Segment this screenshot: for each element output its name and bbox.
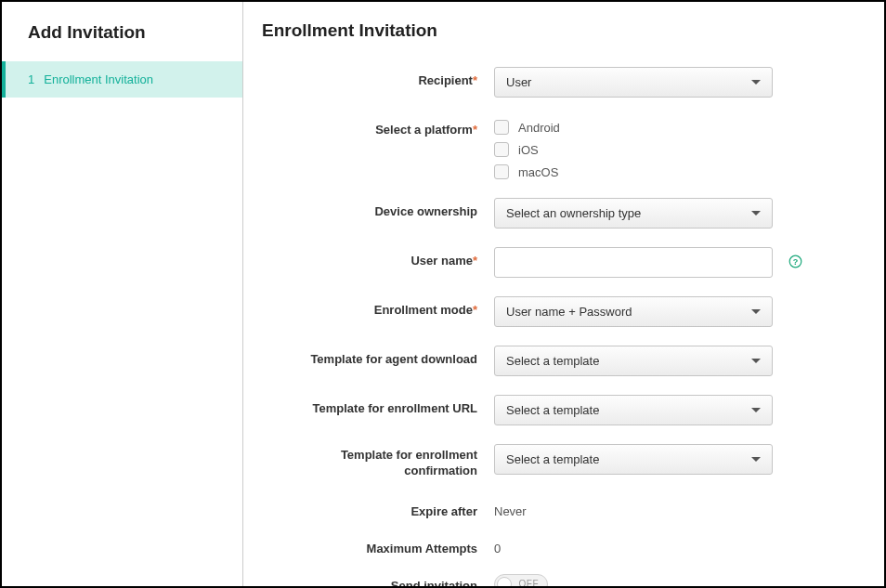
- chevron-down-icon: [751, 309, 761, 314]
- template-url-select[interactable]: Select a template: [494, 395, 773, 425]
- sidebar-title: Add Invitation: [2, 2, 242, 61]
- row-ownership: Device ownership Select an ownership typ…: [262, 198, 866, 229]
- toggle-state: OFF: [519, 579, 540, 586]
- page-title: Enrollment Invitation: [262, 20, 866, 41]
- row-maxattempts: Maximum Attempts 0: [262, 535, 866, 555]
- recipient-selected: User: [506, 75, 531, 89]
- main-content: Enrollment Invitation Recipient* User Se…: [243, 2, 884, 586]
- template-confirm-selected: Select a template: [506, 452, 599, 466]
- label-platform: Select a platform*: [262, 116, 494, 137]
- required-marker: *: [473, 303, 477, 317]
- row-expire: Expire after Never: [262, 498, 866, 518]
- row-template-confirm: Template for enrollment confirmation Sel…: [262, 444, 866, 479]
- platform-option-android[interactable]: Android: [494, 120, 560, 135]
- platform-label: iOS: [518, 143, 539, 157]
- toggle-knob-icon: [497, 577, 512, 586]
- template-url-selected: Select a template: [506, 403, 599, 417]
- row-template-url: Template for enrollment URL Select a tem…: [262, 395, 866, 425]
- platform-label: macOS: [518, 165, 558, 179]
- label-text: confirmation: [404, 464, 477, 477]
- chevron-down-icon: [751, 211, 761, 216]
- label-expire: Expire after: [262, 498, 494, 518]
- platform-label: Android: [518, 121, 560, 135]
- enrollmode-select[interactable]: User name + Password: [494, 296, 773, 327]
- template-confirm-select[interactable]: Select a template: [494, 444, 773, 475]
- label-text: Select a platform: [375, 123, 473, 137]
- label-text: Template for enrollment: [341, 448, 477, 462]
- checkbox-icon: [494, 120, 509, 135]
- platform-option-ios[interactable]: iOS: [494, 142, 560, 157]
- label-maxattempts: Maximum Attempts: [262, 535, 494, 555]
- row-platform: Select a platform* Android iOS macOS: [262, 116, 866, 179]
- username-input[interactable]: [494, 247, 773, 278]
- row-username: User name* ?: [262, 247, 866, 278]
- label-ownership: Device ownership: [262, 198, 494, 218]
- label-enrollmode: Enrollment mode*: [262, 296, 494, 317]
- window: Add Invitation 1 Enrollment Invitation E…: [0, 0, 886, 588]
- sidebar-step-enrollment-invitation[interactable]: 1 Enrollment Invitation: [2, 61, 242, 98]
- checkbox-icon: [494, 142, 509, 157]
- svg-text:?: ?: [792, 257, 798, 267]
- help-icon[interactable]: ?: [788, 254, 802, 268]
- row-recipient: Recipient* User: [262, 67, 866, 98]
- required-marker: *: [473, 254, 477, 268]
- row-enrollmode: Enrollment mode* User name + Password: [262, 296, 866, 327]
- checkbox-icon: [494, 164, 509, 179]
- label-template-agent: Template for agent download: [262, 346, 494, 366]
- label-sendinv: Send invitation: [262, 572, 494, 586]
- ownership-selected: Select an ownership type: [506, 206, 641, 220]
- chevron-down-icon: [751, 80, 761, 85]
- step-label: Enrollment Invitation: [44, 72, 153, 86]
- enrollmode-selected: User name + Password: [506, 305, 632, 319]
- template-agent-select[interactable]: Select a template: [494, 346, 773, 376]
- chevron-down-icon: [751, 457, 761, 462]
- sendinv-toggle[interactable]: OFF: [494, 574, 548, 586]
- chevron-down-icon: [751, 359, 761, 363]
- required-marker: *: [473, 73, 477, 87]
- label-template-confirm: Template for enrollment confirmation: [262, 444, 494, 479]
- required-marker: *: [473, 123, 477, 137]
- maxattempts-value: 0: [494, 535, 501, 555]
- chevron-down-icon: [751, 408, 761, 412]
- sidebar: Add Invitation 1 Enrollment Invitation: [2, 2, 243, 586]
- ownership-select[interactable]: Select an ownership type: [494, 198, 773, 229]
- template-agent-selected: Select a template: [506, 354, 599, 368]
- step-number: 1: [28, 72, 34, 86]
- recipient-select[interactable]: User: [494, 67, 773, 98]
- label-username: User name*: [262, 247, 494, 268]
- label-text: Enrollment mode: [374, 303, 473, 317]
- platform-option-macos[interactable]: macOS: [494, 164, 560, 179]
- row-sendinv: Send invitation OFF: [262, 572, 866, 586]
- label-text: User name: [410, 254, 472, 268]
- label-recipient: Recipient*: [262, 67, 494, 87]
- label-template-url: Template for enrollment URL: [262, 395, 494, 415]
- row-template-agent: Template for agent download Select a tem…: [262, 346, 866, 376]
- expire-value: Never: [494, 498, 527, 518]
- label-text: Recipient: [418, 73, 473, 87]
- platform-group: Android iOS macOS: [494, 116, 560, 179]
